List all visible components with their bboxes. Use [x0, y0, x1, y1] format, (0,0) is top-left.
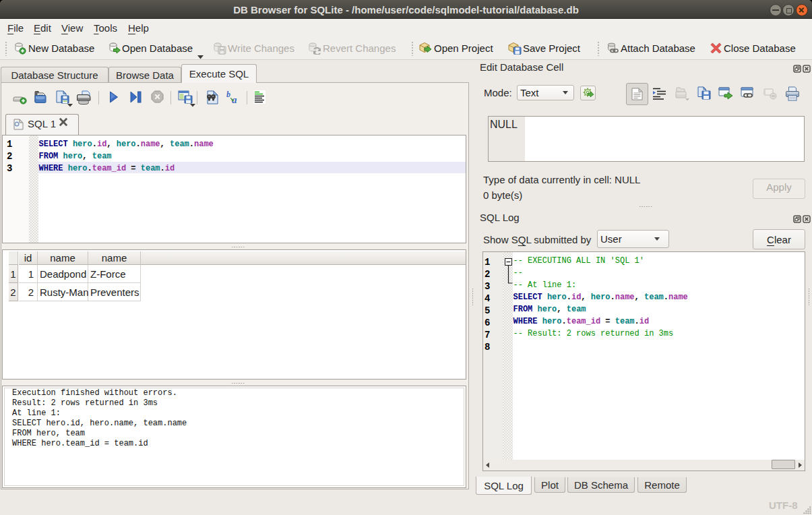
svg-text:b: b — [226, 90, 230, 99]
